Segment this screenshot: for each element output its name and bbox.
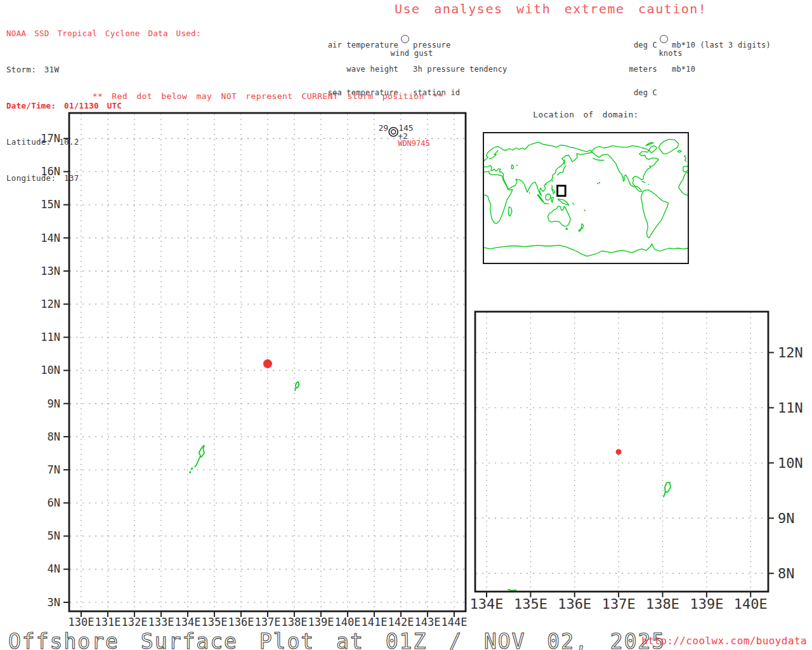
zoom-plot: 134E135E136E137E138E139E140E8N9N10N11N12…	[470, 312, 803, 612]
map-border	[483, 133, 688, 263]
coastline	[552, 185, 555, 194]
station-value: WDN9745	[398, 139, 430, 148]
coastline	[511, 164, 514, 169]
island-dot	[599, 182, 600, 183]
coastline	[658, 139, 678, 154]
axis-tick-label: 136E	[558, 596, 591, 612]
axis-tick-label: 9N	[778, 510, 795, 526]
axis-tick-label: 139E	[308, 616, 334, 628]
island-dot	[584, 209, 586, 211]
axis-tick-label: 139E	[690, 596, 723, 612]
coastline	[678, 150, 681, 152]
island-coastline	[195, 456, 200, 467]
island-dot	[597, 183, 598, 184]
axis-tick-label: 5N	[48, 529, 60, 542]
main-plot: 29145+2WDN9745130E131E132E133E134E135E13…	[41, 113, 467, 628]
axis-tick-label: 135E	[514, 596, 547, 612]
coastline	[579, 228, 582, 232]
coastline	[566, 228, 568, 229]
coastline	[649, 146, 657, 153]
axis-tick-label: 11N	[41, 331, 60, 343]
axis-tick-label: 137E	[602, 596, 636, 612]
coastline	[483, 244, 688, 256]
island-dot	[529, 192, 530, 194]
island-dot	[191, 467, 193, 469]
coastline	[641, 182, 645, 183]
axis-tick-label: 7N	[48, 463, 60, 476]
axis-tick-label: 12N	[41, 298, 60, 310]
axis-tick-label: 134E	[174, 616, 200, 628]
axis-tick-label: 11N	[778, 400, 803, 416]
axis-tick-label: 134E	[470, 596, 504, 612]
station-value: 29	[379, 123, 389, 133]
plots-canvas: 29145+2WDN9745130E131E132E133E134E135E13…	[0, 0, 812, 650]
coastline	[489, 150, 498, 159]
axis-tick-label: 10N	[41, 364, 60, 376]
axis-tick-label: 3N	[48, 596, 60, 609]
axis-tick-label: 140E	[334, 616, 360, 628]
axis-tick-label: 142E	[388, 616, 414, 628]
coastline	[564, 159, 565, 164]
coastline	[558, 166, 566, 176]
coastline	[483, 171, 513, 223]
axis-tick-label: 132E	[121, 616, 147, 628]
axis-tick-label: 140E	[734, 596, 768, 612]
axis-tick-label: 10N	[778, 455, 803, 471]
axis-tick-label: 135E	[201, 616, 227, 628]
axis-tick-label: 143E	[414, 616, 440, 628]
coastline	[537, 194, 544, 202]
axis-tick-label: 16N	[41, 165, 60, 178]
coastline	[546, 194, 551, 200]
axis-tick-label: 130E	[68, 616, 94, 628]
page: { "header": { "info_lines": { "source": …	[0, 0, 812, 650]
island-dot	[189, 471, 191, 473]
island-dot	[516, 164, 518, 166]
coastline	[641, 190, 669, 238]
island-coastline	[295, 382, 299, 391]
coastline	[593, 158, 604, 160]
axis-tick-label: 17N	[41, 132, 60, 145]
island-coastline	[664, 482, 671, 498]
coastline	[684, 156, 687, 162]
axis-tick-label: 137E	[254, 616, 280, 628]
coastline	[558, 199, 569, 205]
coastline	[646, 143, 654, 146]
coastline	[683, 166, 688, 172]
axis-tick-label: 9N	[48, 397, 60, 410]
axis-tick-label: 8N	[778, 566, 795, 581]
axis-tick-label: 133E	[148, 616, 174, 628]
axis-tick-label: 131E	[95, 616, 121, 628]
island-dot	[546, 183, 547, 185]
coastline	[572, 203, 575, 204]
axis-tick-label: 136E	[228, 616, 254, 628]
plot-title: Offshore Surface Plot at 01Z / NOV 02, 2…	[8, 629, 665, 650]
axis-tick-label: 14N	[41, 232, 60, 244]
coastline	[544, 203, 549, 204]
coastline	[551, 197, 554, 202]
axis-tick-label: 4N	[48, 562, 60, 575]
storm-position-dot	[616, 449, 622, 454]
axis-tick-label: 144E	[441, 616, 467, 628]
axis-tick-label: 8N	[48, 430, 60, 443]
coastline	[483, 142, 592, 196]
island-coastline	[199, 445, 204, 457]
plot-border	[475, 312, 768, 592]
coastline	[552, 180, 553, 182]
coastline	[679, 173, 688, 196]
island-coastline	[508, 590, 516, 591]
axis-tick-label: 15N	[41, 198, 60, 211]
axis-tick-label: 12N	[778, 345, 803, 361]
coastline	[509, 207, 512, 216]
axis-tick-label: 138E	[281, 616, 307, 628]
station-plot: 29145+2WDN9745	[379, 123, 430, 148]
axis-tick-label: 6N	[48, 496, 60, 509]
axis-tick-label: 138E	[646, 596, 679, 612]
domain-box	[558, 186, 566, 196]
storm-position-dot	[263, 359, 272, 368]
axis-tick-label: 141E	[361, 616, 387, 628]
world-map	[483, 133, 688, 263]
axis-tick-label: 13N	[41, 265, 60, 277]
coastline	[547, 206, 570, 227]
source-url: http://coolwx.com/buoydata	[641, 635, 807, 647]
